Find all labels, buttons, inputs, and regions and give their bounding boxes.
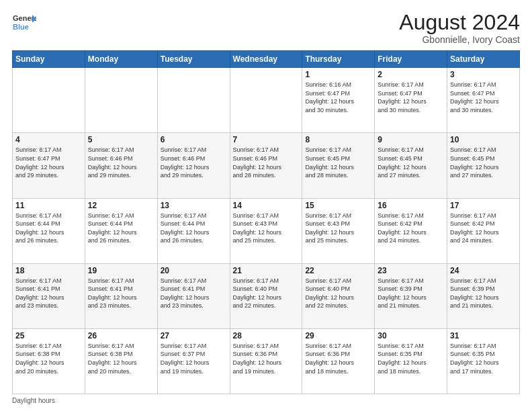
weekday-header-friday: Friday xyxy=(375,51,447,68)
calendar-cell: 27Sunrise: 6:17 AM Sunset: 6:37 PM Dayli… xyxy=(157,328,230,394)
weekday-header-wednesday: Wednesday xyxy=(230,51,302,68)
day-number: 26 xyxy=(88,331,154,340)
header: General Blue August 2024 Gbonnielle, Ivo… xyxy=(12,11,520,45)
day-info: Sunrise: 6:17 AM Sunset: 6:35 PM Dayligh… xyxy=(450,342,517,375)
svg-text:Blue: Blue xyxy=(13,23,29,31)
day-info: Sunrise: 6:17 AM Sunset: 6:46 PM Dayligh… xyxy=(233,146,300,179)
logo: General Blue xyxy=(12,11,36,35)
day-number: 2 xyxy=(378,70,444,79)
day-number: 1 xyxy=(305,70,371,79)
calendar-cell: 20Sunrise: 6:17 AM Sunset: 6:41 PM Dayli… xyxy=(157,263,230,328)
day-info: Sunrise: 6:17 AM Sunset: 6:41 PM Dayligh… xyxy=(15,277,82,310)
day-info: Sunrise: 6:17 AM Sunset: 6:40 PM Dayligh… xyxy=(233,277,300,310)
day-number: 24 xyxy=(450,266,517,275)
day-number: 25 xyxy=(15,331,82,340)
weekday-header-thursday: Thursday xyxy=(302,51,375,68)
footer-note: Daylight hours xyxy=(12,397,520,404)
day-info: Sunrise: 6:17 AM Sunset: 6:45 PM Dayligh… xyxy=(450,146,517,179)
weekday-header-saturday: Saturday xyxy=(447,51,520,68)
day-number: 5 xyxy=(88,135,154,144)
calendar-cell: 8Sunrise: 6:17 AM Sunset: 6:45 PM Daylig… xyxy=(302,133,375,198)
day-number: 14 xyxy=(233,201,300,210)
day-info: Sunrise: 6:17 AM Sunset: 6:46 PM Dayligh… xyxy=(88,146,154,179)
day-number: 7 xyxy=(233,135,300,144)
calendar-cell xyxy=(157,68,230,133)
calendar-cell: 1Sunrise: 6:16 AM Sunset: 6:47 PM Daylig… xyxy=(302,68,375,133)
calendar-cell: 31Sunrise: 6:17 AM Sunset: 6:35 PM Dayli… xyxy=(447,328,520,394)
week-row-1: 4Sunrise: 6:17 AM Sunset: 6:47 PM Daylig… xyxy=(13,133,520,198)
weekday-header-monday: Monday xyxy=(85,51,157,68)
day-info: Sunrise: 6:17 AM Sunset: 6:47 PM Dayligh… xyxy=(15,146,82,179)
week-row-3: 18Sunrise: 6:17 AM Sunset: 6:41 PM Dayli… xyxy=(13,263,520,328)
day-number: 15 xyxy=(305,201,371,210)
day-number: 31 xyxy=(450,331,517,340)
day-info: Sunrise: 6:17 AM Sunset: 6:44 PM Dayligh… xyxy=(88,212,154,245)
calendar-cell: 15Sunrise: 6:17 AM Sunset: 6:43 PM Dayli… xyxy=(302,198,375,263)
calendar-cell: 29Sunrise: 6:17 AM Sunset: 6:36 PM Dayli… xyxy=(302,328,375,394)
calendar-cell: 3Sunrise: 6:17 AM Sunset: 6:47 PM Daylig… xyxy=(447,68,520,133)
calendar-cell: 10Sunrise: 6:17 AM Sunset: 6:45 PM Dayli… xyxy=(447,133,520,198)
weekday-header-tuesday: Tuesday xyxy=(157,51,230,68)
calendar-cell: 2Sunrise: 6:17 AM Sunset: 6:47 PM Daylig… xyxy=(375,68,447,133)
calendar-cell: 13Sunrise: 6:17 AM Sunset: 6:44 PM Dayli… xyxy=(157,198,230,263)
day-info: Sunrise: 6:17 AM Sunset: 6:43 PM Dayligh… xyxy=(305,212,371,245)
weekday-header-sunday: Sunday xyxy=(13,51,85,68)
month-year: August 2024 xyxy=(399,11,520,34)
logo-svg: General Blue xyxy=(12,11,36,35)
day-info: Sunrise: 6:17 AM Sunset: 6:39 PM Dayligh… xyxy=(378,277,444,310)
day-number: 17 xyxy=(450,201,517,210)
day-info: Sunrise: 6:17 AM Sunset: 6:43 PM Dayligh… xyxy=(233,212,300,245)
calendar-cell: 24Sunrise: 6:17 AM Sunset: 6:39 PM Dayli… xyxy=(447,263,520,328)
calendar: SundayMondayTuesdayWednesdayThursdayFrid… xyxy=(12,50,520,394)
calendar-cell: 25Sunrise: 6:17 AM Sunset: 6:38 PM Dayli… xyxy=(13,328,85,394)
day-number: 6 xyxy=(161,135,227,144)
day-info: Sunrise: 6:17 AM Sunset: 6:35 PM Dayligh… xyxy=(378,342,444,375)
calendar-cell: 12Sunrise: 6:17 AM Sunset: 6:44 PM Dayli… xyxy=(85,198,157,263)
calendar-cell: 7Sunrise: 6:17 AM Sunset: 6:46 PM Daylig… xyxy=(230,133,302,198)
calendar-cell: 21Sunrise: 6:17 AM Sunset: 6:40 PM Dayli… xyxy=(230,263,302,328)
calendar-cell: 9Sunrise: 6:17 AM Sunset: 6:45 PM Daylig… xyxy=(375,133,447,198)
day-info: Sunrise: 6:17 AM Sunset: 6:39 PM Dayligh… xyxy=(450,277,517,310)
day-number: 13 xyxy=(161,201,227,210)
week-row-2: 11Sunrise: 6:17 AM Sunset: 6:44 PM Dayli… xyxy=(13,198,520,263)
day-number: 29 xyxy=(305,331,371,340)
calendar-cell: 28Sunrise: 6:17 AM Sunset: 6:36 PM Dayli… xyxy=(230,328,302,394)
day-number: 8 xyxy=(305,135,371,144)
day-number: 10 xyxy=(450,135,517,144)
calendar-cell: 16Sunrise: 6:17 AM Sunset: 6:42 PM Dayli… xyxy=(375,198,447,263)
day-info: Sunrise: 6:17 AM Sunset: 6:47 PM Dayligh… xyxy=(378,81,444,114)
calendar-cell: 22Sunrise: 6:17 AM Sunset: 6:40 PM Dayli… xyxy=(302,263,375,328)
day-number: 23 xyxy=(378,266,444,275)
day-info: Sunrise: 6:17 AM Sunset: 6:47 PM Dayligh… xyxy=(450,81,517,114)
day-number: 4 xyxy=(15,135,82,144)
day-number: 30 xyxy=(378,331,444,340)
page: General Blue August 2024 Gbonnielle, Ivo… xyxy=(0,0,532,411)
calendar-cell xyxy=(230,68,302,133)
calendar-cell xyxy=(13,68,85,133)
day-number: 27 xyxy=(161,331,227,340)
calendar-cell: 5Sunrise: 6:17 AM Sunset: 6:46 PM Daylig… xyxy=(85,133,157,198)
day-info: Sunrise: 6:17 AM Sunset: 6:44 PM Dayligh… xyxy=(15,212,82,245)
day-number: 20 xyxy=(161,266,227,275)
calendar-cell: 23Sunrise: 6:17 AM Sunset: 6:39 PM Dayli… xyxy=(375,263,447,328)
day-info: Sunrise: 6:17 AM Sunset: 6:45 PM Dayligh… xyxy=(378,146,444,179)
day-info: Sunrise: 6:17 AM Sunset: 6:46 PM Dayligh… xyxy=(161,146,227,179)
calendar-cell: 14Sunrise: 6:17 AM Sunset: 6:43 PM Dayli… xyxy=(230,198,302,263)
day-info: Sunrise: 6:17 AM Sunset: 6:44 PM Dayligh… xyxy=(161,212,227,245)
day-number: 16 xyxy=(378,201,444,210)
day-info: Sunrise: 6:17 AM Sunset: 6:36 PM Dayligh… xyxy=(305,342,371,375)
title-block: August 2024 Gbonnielle, Ivory Coast xyxy=(399,11,520,45)
day-info: Sunrise: 6:17 AM Sunset: 6:42 PM Dayligh… xyxy=(378,212,444,245)
day-number: 11 xyxy=(15,201,82,210)
day-number: 19 xyxy=(88,266,154,275)
calendar-cell: 19Sunrise: 6:17 AM Sunset: 6:41 PM Dayli… xyxy=(85,263,157,328)
day-number: 22 xyxy=(305,266,371,275)
day-number: 12 xyxy=(88,201,154,210)
day-number: 9 xyxy=(378,135,444,144)
day-info: Sunrise: 6:17 AM Sunset: 6:41 PM Dayligh… xyxy=(161,277,227,310)
day-info: Sunrise: 6:17 AM Sunset: 6:37 PM Dayligh… xyxy=(161,342,227,375)
day-number: 18 xyxy=(15,266,82,275)
calendar-cell: 6Sunrise: 6:17 AM Sunset: 6:46 PM Daylig… xyxy=(157,133,230,198)
day-info: Sunrise: 6:17 AM Sunset: 6:38 PM Dayligh… xyxy=(15,342,82,375)
day-info: Sunrise: 6:17 AM Sunset: 6:36 PM Dayligh… xyxy=(233,342,300,375)
